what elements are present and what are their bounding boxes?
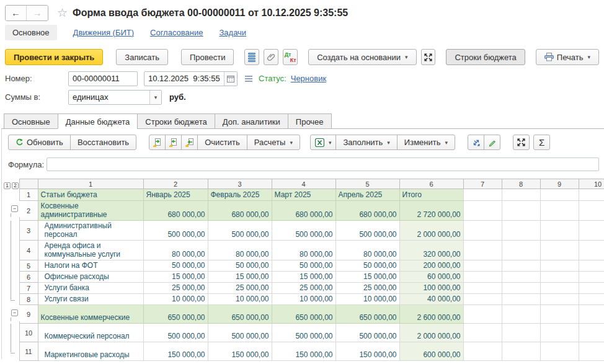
datetime-input[interactable]: [144, 72, 224, 86]
grid-cell[interactable]: Январь 2025: [143, 189, 208, 201]
grid-cell[interactable]: [579, 294, 604, 305]
grid-cell-label[interactable]: Услуги связи: [38, 294, 143, 305]
grid-cell[interactable]: [502, 324, 540, 342]
row-number[interactable]: 8: [19, 294, 38, 305]
grid-cell-label[interactable]: Услуги банка: [38, 283, 143, 294]
grid-cell[interactable]: [502, 272, 540, 283]
grid-cell-label[interactable]: Офисные расходы: [38, 272, 143, 283]
grid-cell[interactable]: 500 000,00: [272, 324, 335, 342]
nav-item-main[interactable]: Основное: [5, 25, 57, 40]
grid-cell[interactable]: 650 000,00: [208, 305, 272, 324]
grid-cell[interactable]: [463, 260, 502, 272]
grid-cell[interactable]: [540, 201, 579, 221]
tab-other[interactable]: Прочее: [288, 113, 332, 129]
unload-data-button[interactable]: [165, 135, 182, 150]
refresh-button[interactable]: Обновить: [8, 135, 71, 150]
grid-cell-label[interactable]: Статьи бюджета: [38, 189, 143, 201]
swap-axes-button[interactable]: [468, 135, 484, 150]
grid-cell[interactable]: 150 000,00: [143, 342, 208, 361]
row-number[interactable]: 6: [19, 272, 38, 283]
row-number[interactable]: 3: [19, 221, 38, 241]
grid-cell[interactable]: [579, 272, 604, 283]
grid-cell[interactable]: 500 000,00: [143, 324, 208, 342]
grid-cell[interactable]: [502, 241, 540, 260]
grid-cell[interactable]: [579, 283, 604, 294]
grid-cell[interactable]: [463, 294, 502, 305]
load-data-button[interactable]: [149, 135, 166, 150]
grid-cell[interactable]: [579, 305, 604, 324]
grid-cell[interactable]: [463, 189, 502, 201]
post-button[interactable]: Провести: [181, 49, 234, 65]
row-header-corner[interactable]: [19, 179, 38, 189]
grid-cell[interactable]: 40 000,00: [399, 294, 463, 305]
grid-cell[interactable]: 10 000,00: [335, 294, 399, 305]
grid-cell[interactable]: 500 000,00: [335, 324, 399, 342]
column-header-4[interactable]: 4: [272, 179, 335, 189]
grid-cell[interactable]: 15 000,00: [272, 272, 335, 283]
grid-cell[interactable]: 50 000,00: [208, 260, 272, 272]
post-and-close-button[interactable]: Провести и закрыть: [5, 49, 103, 65]
grid-cell[interactable]: 650 000,00: [272, 305, 335, 324]
grid-fullscreen-button[interactable]: [513, 135, 530, 150]
sum-button[interactable]: Σ: [533, 135, 550, 150]
grid-cell[interactable]: [540, 294, 579, 305]
grid-cell[interactable]: [540, 272, 579, 283]
restore-button[interactable]: Восстановить: [70, 135, 136, 150]
grid-cell-label[interactable]: Косвенные коммерческие: [38, 305, 143, 324]
status-link[interactable]: Черновик: [291, 74, 326, 83]
grid-cell[interactable]: [502, 189, 540, 201]
group-level-1-button[interactable]: 1: [4, 182, 11, 189]
grid-cell-label[interactable]: Маркетинговые расходы: [38, 342, 143, 361]
fullscreen-button[interactable]: [421, 49, 436, 65]
row-number[interactable]: 1: [19, 189, 38, 201]
fill-button[interactable]: Заполнить▾: [335, 135, 397, 150]
grid-cell[interactable]: [502, 305, 540, 324]
column-header-10[interactable]: 10: [579, 179, 604, 189]
row-number[interactable]: 4: [19, 241, 38, 260]
grid-cell[interactable]: 50 000,00: [272, 260, 335, 272]
nav-item-movements[interactable]: Движения (БИТ): [73, 28, 134, 37]
grid-cell[interactable]: 500 000,00: [335, 221, 399, 241]
column-header-8[interactable]: 8: [502, 179, 540, 189]
excel-export-button[interactable]: ▾: [310, 135, 337, 150]
grid-cell[interactable]: [335, 361, 399, 362]
grid-cell[interactable]: 80 000,00: [272, 241, 335, 260]
grid-cell[interactable]: [502, 260, 540, 272]
grid-cell[interactable]: 2 720 000,00: [399, 201, 463, 221]
grid-cell[interactable]: [463, 201, 502, 221]
grid-cell[interactable]: 150 000,00: [272, 342, 335, 361]
grid-cell[interactable]: 680 000,00: [143, 201, 208, 221]
grid-cell-label[interactable]: Налоги на ФОТ: [38, 260, 143, 272]
grid-cell[interactable]: Апрель 2025: [335, 189, 399, 201]
grid-cell[interactable]: 50 000,00: [143, 260, 208, 272]
tab-extra-analytics[interactable]: Доп. аналитики: [215, 113, 288, 129]
grid-cell[interactable]: [463, 221, 502, 241]
row-number[interactable]: 7: [19, 283, 38, 294]
grid-cell[interactable]: [463, 324, 502, 342]
attachments-button[interactable]: [264, 49, 278, 65]
back-button[interactable]: ←: [6, 6, 27, 20]
amounts-dropdown-button[interactable]: ▾: [149, 91, 161, 104]
grid-cell[interactable]: 80 000,00: [208, 241, 272, 260]
grid-cell-label[interactable]: [38, 361, 143, 362]
column-header-3[interactable]: 3: [208, 179, 272, 189]
load-from-template-button[interactable]: [181, 135, 198, 150]
grid-cell[interactable]: 500 000,00: [208, 324, 272, 342]
grid-cell[interactable]: [463, 283, 502, 294]
grid-cell[interactable]: 25 000,00: [272, 283, 335, 294]
grid-cell-label[interactable]: Административный персонал: [38, 221, 143, 241]
grid-cell[interactable]: [540, 283, 579, 294]
grid-cell[interactable]: 10 000,00: [143, 294, 208, 305]
row-number[interactable]: 5: [19, 260, 38, 272]
grid-cell[interactable]: [579, 201, 604, 221]
grid-cell[interactable]: [540, 221, 579, 241]
column-header-6[interactable]: 6: [399, 179, 463, 189]
grid-cell[interactable]: 10 000,00: [208, 294, 272, 305]
favorite-star-icon[interactable]: ☆: [57, 7, 68, 19]
grid-cell[interactable]: 10 000,00: [272, 294, 335, 305]
dt-kt-postings-button[interactable]: ДтКт: [283, 49, 298, 65]
collapse-group-button[interactable]: −: [11, 205, 18, 212]
grid-cell[interactable]: [540, 342, 579, 361]
grid-cell[interactable]: 80 000,00: [143, 241, 208, 260]
amounts-input[interactable]: [69, 91, 149, 104]
